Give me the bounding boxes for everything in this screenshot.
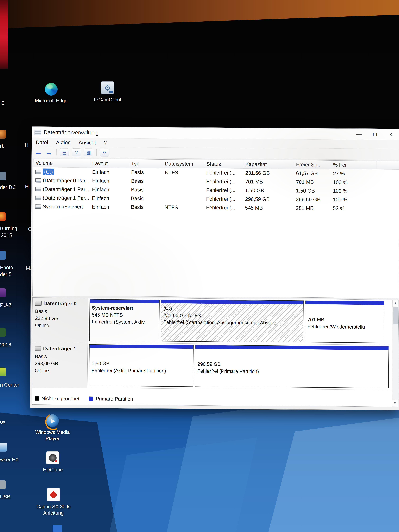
properties-icon[interactable]: ▦ [84, 148, 93, 156]
forward-icon[interactable]: → [45, 149, 53, 156]
icon-label-fragment[interactable]: ox [0, 419, 5, 425]
partial-desktop-icon[interactable] [0, 251, 6, 260]
cell-status: Fehlerfrei (... [204, 177, 243, 186]
column-header-kapazitaet[interactable]: Kapazität [243, 160, 294, 169]
column-header-layout[interactable]: Layout [90, 159, 129, 168]
legend-color-primary [89, 397, 93, 401]
cell-layout: Einfach [90, 168, 129, 177]
edge-icon-highlight [47, 84, 53, 89]
icon-label-fragment[interactable]: wser EX [0, 457, 19, 462]
scrollbar-thumb[interactable] [393, 307, 398, 324]
partial-desktop-icon[interactable] [0, 130, 6, 139]
icon-label-fragment[interactable]: C [1, 100, 5, 106]
column-header-prozent-frei[interactable]: % frei [331, 161, 376, 169]
icon-label-fragment[interactable]: M. [26, 266, 32, 271]
volume-name: (Datenträger 0 Par... [43, 177, 89, 184]
icon-label-fragment[interactable]: der 5 [0, 272, 12, 277]
partition-system-reserved[interactable]: System-reserviert 545 MB NTFS Fehlerfrei… [89, 299, 159, 342]
legend-item-unallocated: Nicht zugeordnet [35, 396, 79, 401]
volume-icon [35, 196, 41, 200]
partial-desktop-icon[interactable] [0, 328, 6, 337]
icon-label-fragment[interactable]: 2016 [0, 342, 11, 348]
photo-of-monitor: Microsoft Edge ⚙ IPCamClient C rb H der … [0, 0, 399, 532]
partition-recovery[interactable]: 701 MB Fehlerfrei (Wiederherstellu [305, 301, 384, 343]
column-header-status[interactable]: Status [204, 160, 243, 169]
vertical-scrollbar[interactable]: ▲ ▼ [392, 300, 399, 407]
icon-label-fragment[interactable]: rb [0, 143, 5, 149]
scroll-down-icon[interactable]: ▼ [392, 400, 398, 407]
cell-status: Fehlerfrei (... [204, 186, 243, 195]
partition-c-selected[interactable]: (C:) 231,66 GB NTFS Fehlerfrei (Startpar… [161, 300, 304, 342]
disk-name: Datenträger 0 [43, 300, 77, 307]
view-options-icon[interactable]: ☷ [100, 149, 109, 157]
maximize-button[interactable]: □ [367, 129, 383, 140]
window-controls: — □ × [351, 129, 399, 140]
partition-size: 545 MB NTFS [92, 311, 157, 319]
desktop-icon-label: Windows Media Player [35, 429, 70, 442]
partition-296gb[interactable]: 296,59 GB Fehlerfrei (Primäre Partition) [195, 345, 389, 388]
desktop-icon-windows-media-player[interactable]: ▶ Windows Media Player [32, 414, 74, 442]
label-line2: Player [46, 436, 59, 441]
volume-icon [35, 178, 41, 183]
disk-0-header[interactable]: Datenträger 0 Basis 232,88 GB Online [32, 298, 88, 343]
cell-layout: Einfach [90, 194, 129, 203]
disk-1-header[interactable]: Datenträger 1 Basis 298,09 GB Online [32, 343, 88, 388]
icon-label-fragment[interactable]: Burning [0, 226, 17, 231]
disk-status: Online [35, 322, 85, 329]
partial-desktop-icon[interactable] [0, 288, 6, 297]
label-line2: Anleitung [43, 510, 63, 516]
disk-size: 298,09 GB [35, 360, 85, 367]
icon-label-fragment[interactable]: n Center [0, 382, 19, 388]
partial-desktop-icon[interactable] [0, 171, 6, 180]
menu-datei[interactable]: Datei [35, 139, 49, 146]
column-header-typ[interactable]: Typ [129, 159, 163, 168]
partition-1-50gb[interactable]: 1,50 GB Fehlerfrei (Aktiv, Primäre Parti… [89, 344, 194, 387]
cell-typ: Basis [129, 168, 163, 177]
desktop-icon-hdclone[interactable]: HDClone [32, 451, 74, 473]
partial-desktop-icon[interactable] [0, 443, 7, 451]
partial-desktop-icon[interactable] [0, 367, 6, 376]
icon-label-fragment[interactable]: der DC [0, 184, 16, 190]
desktop-icon-canon-anleitung[interactable]: Canon SX 30 Is Anleitung [32, 488, 75, 516]
legend-label: Nicht zugeordnet [41, 396, 79, 401]
icon-label-fragment[interactable]: Photo [0, 265, 13, 270]
icon-label-fragment[interactable]: PU-Z [0, 302, 12, 308]
desktop-icon-ipcamclient[interactable]: ⚙ IPCamClient [86, 81, 129, 103]
desktop-icon-microsoft-edge[interactable]: Microsoft Edge [30, 83, 72, 104]
icon-label-fragment[interactable]: USB [0, 494, 10, 500]
partition-title: (C:) [163, 305, 301, 313]
minimize-button[interactable]: — [351, 129, 367, 140]
cell-status: Fehlerfrei (... [204, 168, 243, 177]
menu-help[interactable]: ? [103, 140, 108, 146]
label-line1: Canon SX 30 Is [36, 504, 70, 509]
column-header-freier-sp[interactable]: Freier Sp... [294, 160, 331, 169]
back-icon[interactable]: ← [35, 148, 42, 156]
cell-dateisystem [163, 185, 204, 195]
icon-label-fragment[interactable]: 2015 [1, 233, 12, 238]
menu-aktion[interactable]: Aktion [56, 139, 71, 146]
cell-layout: Einfach [90, 176, 129, 185]
disk-size: 232,88 GB [35, 315, 85, 322]
icon-label-fragment[interactable]: H [25, 184, 29, 190]
column-header-dateisystem[interactable]: Dateisystem [163, 159, 204, 168]
ipcamclient-icon: ⚙ [101, 81, 114, 95]
disk-management-app-icon [35, 130, 41, 135]
cell-prozent-frei: 100 % [331, 178, 376, 187]
menu-ansicht[interactable]: Ansicht [78, 139, 96, 146]
partition-size: 1,50 GB [92, 360, 191, 367]
column-header-volume[interactable]: Volume [33, 159, 90, 168]
partition-color-band [305, 301, 384, 305]
icon-label-fragment[interactable]: H [25, 142, 28, 148]
partial-desktop-icon[interactable] [0, 212, 6, 221]
partial-desktop-icon[interactable] [52, 525, 62, 532]
disk-0-partitions: System-reserviert 545 MB NTFS Fehlerfrei… [88, 298, 399, 345]
scroll-up-icon[interactable]: ▲ [393, 300, 399, 307]
desktop-icon-label: IPCamClient [94, 97, 121, 103]
partition-size: 701 MB [307, 316, 382, 324]
partial-desktop-icon[interactable] [0, 480, 6, 489]
cell-dateisystem [162, 194, 204, 203]
red-object-left [0, 0, 8, 69]
console-tree-icon[interactable]: ▤ [60, 148, 69, 156]
help-icon[interactable]: ? [72, 148, 81, 156]
close-button[interactable]: × [383, 129, 399, 140]
